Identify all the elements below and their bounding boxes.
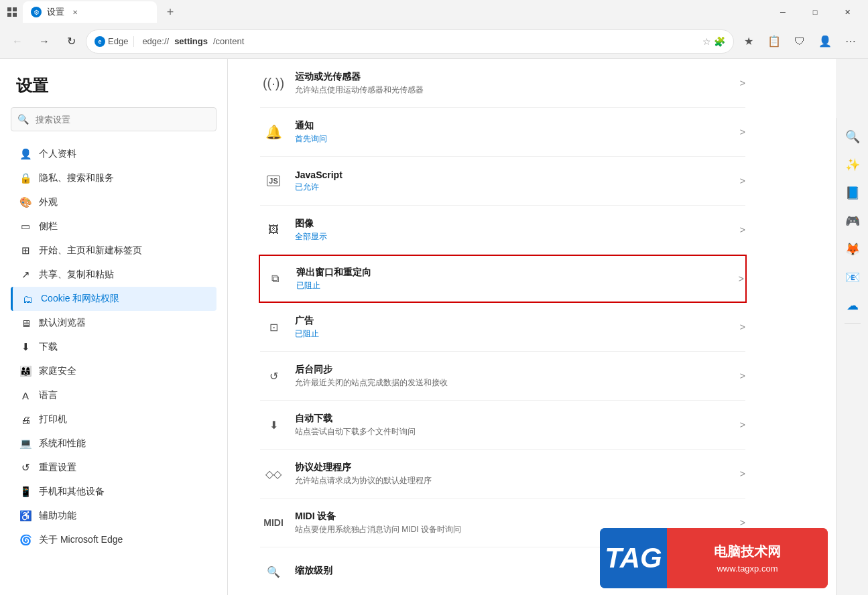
nav-label-accessibility: 辅助功能 <box>39 510 76 522</box>
url-bold: settings <box>174 36 208 46</box>
right-copilot-button[interactable]: ✨ <box>839 151 866 178</box>
sidebar-item-printer[interactable]: 🖨 打印机 <box>11 407 216 432</box>
profile-button[interactable]: 👤 <box>813 29 837 54</box>
watermark-tag: TAG <box>600 542 668 574</box>
content-area: ((·)) 运动或光传感器 允许站点使用运动传感器和光传感器 > 🔔 通知 首先… <box>228 59 836 595</box>
nav-label-share: 共享、复制和粘贴 <box>39 269 114 281</box>
search-input[interactable] <box>11 107 216 131</box>
setting-content-popups: 弹出窗口和重定向 已阻止 <box>296 267 733 291</box>
setting-title-motion-sensor: 运动或光传感器 <box>295 71 735 83</box>
browser-essentials-button[interactable]: 🛡 <box>788 29 812 54</box>
setting-item-motion-sensor[interactable]: ((·)) 运动或光传感器 允许站点使用运动传感器和光传感器 > <box>260 59 745 108</box>
nav-icon-profile: 👤 <box>19 147 32 161</box>
chevron-icon-images: > <box>740 224 745 235</box>
setting-subtitle-auto-download: 站点尝试自动下载多个文件时询问 <box>295 426 735 438</box>
setting-item-ads[interactable]: ⊡ 广告 已阻止 > <box>260 303 745 352</box>
nav-label-system: 系统和性能 <box>39 438 86 450</box>
new-tab-button[interactable]: + <box>161 3 180 21</box>
sidebar-item-privacy[interactable]: 🔒 隐私、搜索和服务 <box>11 166 216 190</box>
sidebar-item-reset[interactable]: ↺ 重置设置 <box>11 456 216 480</box>
nav-icon-reset: ↺ <box>19 461 32 474</box>
sidebar-item-language[interactable]: A 语言 <box>11 383 216 407</box>
nav-icon-family: 👨‍👩‍👧 <box>19 365 32 378</box>
sidebar-item-system[interactable]: 💻 系统和性能 <box>11 432 216 456</box>
svg-rect-1 <box>13 7 17 11</box>
setting-item-notifications[interactable]: 🔔 通知 首先询问 > <box>260 108 745 157</box>
setting-icon-javascript: JS <box>260 168 287 194</box>
setting-item-images[interactable]: 🖼 图像 全部显示 > <box>260 206 745 255</box>
address-bar[interactable]: e Edge edge://settings/content ☆ 🧩 <box>86 29 734 54</box>
chevron-icon-midi: > <box>740 517 745 528</box>
setting-subtitle-javascript: 已允许 <box>295 182 735 193</box>
nav-icon-privacy: 🔒 <box>19 172 32 185</box>
sidebar-item-mobile[interactable]: 📱 手机和其他设备 <box>11 480 216 504</box>
setting-content-javascript: JavaScript 已允许 <box>295 170 735 193</box>
sidebar-item-accessibility[interactable]: ♿ 辅助功能 <box>11 504 216 528</box>
setting-item-protocol-handler[interactable]: ◇◇ 协议处理程序 允许站点请求成为协议的默认处理程序 > <box>260 450 745 499</box>
extensions-icon[interactable]: 🧩 <box>714 36 725 47</box>
setting-subtitle-background-sync: 允许最近关闭的站点完成数据的发送和接收 <box>295 377 735 389</box>
settings-title: 设置 <box>11 75 216 96</box>
setting-item-popups[interactable]: ⧉ 弹出窗口和重定向 已阻止 > <box>259 255 747 303</box>
right-cloud-button[interactable]: ☁ <box>839 292 866 319</box>
sidebar-item-download[interactable]: ⬇ 下载 <box>11 335 216 359</box>
setting-subtitle-ads: 已阻止 <box>295 328 735 340</box>
setting-title-midi: MIDI 设备 <box>295 511 735 523</box>
url-suffix: /content <box>213 36 244 46</box>
nav-label-download: 下载 <box>39 341 58 353</box>
sidebar-item-default[interactable]: 🖥 默认浏览器 <box>11 311 216 335</box>
nav-icon-system: 💻 <box>19 437 32 450</box>
nav-icon-appearance: 🎨 <box>19 196 32 209</box>
favorites-button[interactable]: ★ <box>737 29 761 54</box>
nav-icon-sidebar: ▭ <box>19 220 32 233</box>
watermark: TAG 电脑技术网 www.tagxp.com <box>600 528 828 588</box>
svg-rect-0 <box>7 7 11 11</box>
setting-title-ads: 广告 <box>295 315 735 327</box>
nav-label-sidebar: 侧栏 <box>39 220 58 233</box>
right-games-button[interactable]: 🎮 <box>839 208 866 235</box>
browser-tab[interactable]: ⚙ 设置 ✕ <box>23 1 157 23</box>
sidebar-item-start[interactable]: ⊞ 开始、主页和新建标签页 <box>11 239 216 263</box>
sidebar-item-sidebar[interactable]: ▭ 侧栏 <box>11 214 216 239</box>
close-button[interactable]: ✕ <box>832 0 863 24</box>
refresh-button[interactable]: ↻ <box>59 29 83 54</box>
nav-icon-default: 🖥 <box>19 316 32 330</box>
sidebar-item-family[interactable]: 👨‍👩‍👧 家庭安全 <box>11 359 216 383</box>
sidebar-item-about[interactable]: 🌀 关于 Microsoft Edge <box>11 528 216 552</box>
minimize-button[interactable]: ─ <box>767 0 798 24</box>
tab-close-button[interactable]: ✕ <box>70 7 80 17</box>
setting-icon-midi: MIDI <box>260 509 287 536</box>
address-bar-actions: ☆ 🧩 <box>702 36 725 47</box>
setting-icon-ads: ⊡ <box>260 314 287 340</box>
settings-items: ((·)) 运动或光传感器 允许站点使用运动传感器和光传感器 > 🔔 通知 首先… <box>260 59 745 595</box>
nav-icon-mobile: 📱 <box>19 485 32 499</box>
right-shopping-button[interactable]: 📘 <box>839 180 866 206</box>
maximize-button[interactable]: □ <box>800 0 830 24</box>
favorites-icon[interactable]: ☆ <box>702 36 711 47</box>
right-outlook-button[interactable]: 📧 <box>839 264 866 291</box>
nav-icon-cookies: 🗂 <box>21 292 34 306</box>
setting-item-background-sync[interactable]: ↺ 后台同步 允许最近关闭的站点完成数据的发送和接收 > <box>260 352 745 401</box>
sidebar-item-share[interactable]: ↗ 共享、复制和粘贴 <box>11 263 216 287</box>
settings-button[interactable]: ⋯ <box>839 29 863 54</box>
setting-item-javascript[interactable]: JS JavaScript 已允许 > <box>260 157 745 206</box>
setting-content-background-sync: 后台同步 允许最近关闭的站点完成数据的发送和接收 <box>295 364 735 389</box>
right-profile-button[interactable]: 🦊 <box>839 236 866 263</box>
collections-button[interactable]: 📋 <box>762 29 786 54</box>
forward-button[interactable]: → <box>32 29 56 54</box>
setting-icon-popups: ⧉ <box>261 265 288 292</box>
sidebar-item-profile[interactable]: 👤 个人资料 <box>11 142 216 166</box>
chevron-icon-motion-sensor: > <box>740 78 745 88</box>
sidebar-item-appearance[interactable]: 🎨 外观 <box>11 190 216 214</box>
tab-favicon: ⚙ <box>31 7 42 17</box>
nav-label-profile: 个人资料 <box>39 148 76 160</box>
title-bar: ⚙ 设置 ✕ + ─ □ ✕ <box>0 0 868 24</box>
back-button[interactable]: ← <box>5 29 29 54</box>
right-search-button[interactable]: 🔍 <box>839 123 866 150</box>
sidebar-item-cookies[interactable]: 🗂 Cookie 和网站权限 <box>11 287 216 311</box>
svg-rect-3 <box>13 13 17 17</box>
setting-item-auto-download[interactable]: ⬇ 自动下载 站点尝试自动下载多个文件时询问 > <box>260 401 745 450</box>
setting-icon-images: 🖼 <box>260 216 287 243</box>
setting-icon-motion-sensor: ((·)) <box>260 70 287 96</box>
right-sidebar: 🔍 ✨ 📘 🎮 🦊 📧 ☁ + <box>836 118 868 595</box>
